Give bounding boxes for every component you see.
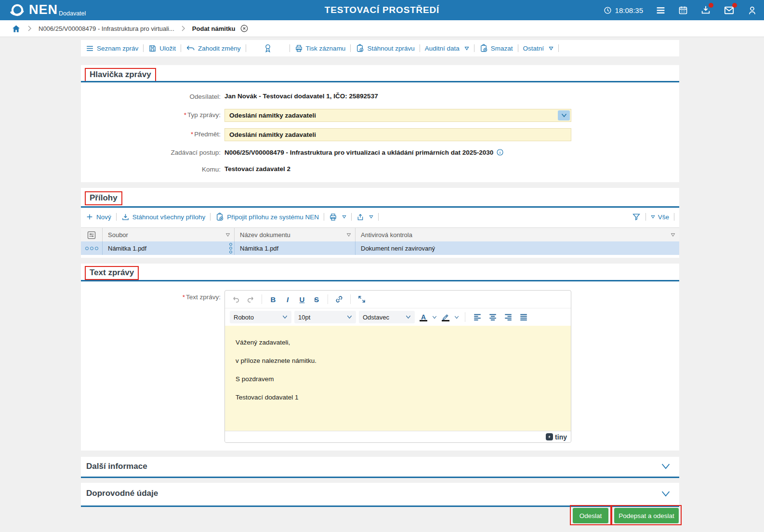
undo-icon[interactable] — [230, 293, 242, 306]
ostatni-button[interactable]: Ostatní — [523, 45, 554, 52]
ulozit-button[interactable]: Uložit — [148, 44, 176, 53]
column-settings-cell[interactable] — [81, 228, 102, 242]
pripojit-prilohu-button[interactable]: Připojit přílohu ze systému NEN — [215, 213, 319, 221]
tisk-zaznamu-button[interactable]: Tisk záznamu — [295, 44, 346, 53]
doprovodne-udaje-section[interactable]: Doprovodné údaje — [81, 483, 679, 507]
stahnout-vsechny-button[interactable]: Stáhnout všechny přílohy — [121, 213, 206, 221]
hlavicka-zpravy-section: Hlavička zprávy Odesílatel: Jan Novák - … — [81, 65, 679, 182]
strikethrough-icon[interactable]: S — [310, 293, 323, 306]
section-divider — [81, 81, 679, 82]
komu-label: Komu: — [81, 166, 221, 173]
column-header-antivir[interactable]: Antivirová kontrola — [355, 228, 679, 242]
row-menu-icon[interactable] — [85, 247, 98, 250]
breadcrumb-procedure[interactable]: N006/25/V00008479 - Infrastruktura pro v… — [39, 25, 174, 32]
home-icon[interactable] — [12, 24, 21, 33]
typ-zpravy-select[interactable]: Odeslání námitky zadavateli — [224, 109, 571, 122]
fullscreen-icon[interactable] — [356, 293, 368, 306]
column-filter-icon[interactable] — [671, 233, 675, 237]
breadcrumb-current: Podat námitku — [192, 25, 236, 32]
odeslat-button[interactable]: Odeslat — [573, 508, 608, 523]
toolbar-divider — [350, 44, 351, 52]
user-icon[interactable] — [747, 5, 757, 15]
chevron-down-icon[interactable] — [454, 316, 459, 319]
cell-antivir: Dokument není zavirovaný — [355, 241, 679, 255]
editor-content[interactable]: Vážený zadavateli, v příloze naleznete n… — [225, 326, 571, 431]
drag-handle-icon[interactable] — [229, 243, 232, 253]
column-header-nazev[interactable]: Název dokumentu — [234, 228, 355, 242]
text-zpravy-title: Text zprávy — [85, 266, 139, 280]
novy-button[interactable]: Nový — [86, 213, 111, 221]
font-size-select[interactable]: 10pt — [294, 311, 356, 323]
typ-zpravy-value: Odeslání námitky zadavateli — [225, 112, 316, 119]
text-color-button[interactable]: A — [418, 311, 429, 323]
calendar-icon[interactable] — [678, 5, 688, 15]
redo-icon[interactable] — [244, 293, 257, 306]
typ-zpravy-label: *Typ zprávy: — [81, 111, 221, 119]
align-left-icon[interactable] — [471, 311, 484, 323]
chevron-down-icon[interactable] — [432, 316, 437, 319]
editor-divider — [328, 294, 328, 304]
chevron-down-icon[interactable] — [661, 463, 671, 470]
block-format-select[interactable]: Odstavec — [359, 311, 415, 323]
cell-soubor[interactable]: Námitka 1.pdf — [102, 241, 234, 255]
export-attachments-button[interactable] — [356, 213, 373, 221]
toolbar-divider — [420, 44, 420, 52]
italic-icon[interactable]: I — [281, 293, 294, 306]
stahnout-zpravu-button[interactable]: Stáhnout zprávu — [356, 44, 414, 53]
zahodit-zmeny-label: Zahodit změny — [198, 45, 241, 52]
zahodit-zmeny-button[interactable]: Zahodit změny — [186, 44, 241, 52]
tiny-brand[interactable]: tiny — [546, 433, 567, 441]
block-format-value: Odstavec — [363, 314, 389, 321]
info-icon[interactable] — [496, 148, 504, 156]
dropdown-triangle-icon — [342, 215, 346, 219]
toolbar-divider — [351, 213, 352, 221]
print-attachments-button[interactable] — [329, 213, 346, 221]
menu-icon[interactable] — [656, 5, 666, 15]
select-chevron-icon[interactable] — [558, 110, 570, 120]
auditni-data-button[interactable]: Auditní data — [425, 45, 469, 52]
font-family-select[interactable]: Roboto — [230, 311, 291, 323]
close-tab-icon[interactable] — [240, 24, 249, 33]
align-justify-icon[interactable] — [517, 311, 530, 323]
clipboard-attach-icon — [215, 213, 224, 221]
predmet-input[interactable]: Odeslání námitky zadavateli — [224, 128, 571, 141]
breadcrumb-separator-icon — [181, 26, 185, 31]
cell-nazev[interactable]: Námitka 1.pdf — [234, 241, 355, 255]
column-header-soubor[interactable]: Soubor — [102, 228, 234, 242]
align-center-icon[interactable] — [487, 311, 499, 323]
toolbar-divider — [181, 44, 181, 52]
vse-button[interactable]: Vše — [651, 213, 669, 221]
clipboard-download-icon — [356, 44, 364, 53]
toolbar-divider — [558, 44, 559, 52]
rich-text-editor[interactable]: B I U S Roboto 10pt Odstavec — [224, 290, 571, 443]
chevron-down-icon[interactable] — [661, 491, 671, 497]
dalsi-informace-title: Další informace — [86, 462, 147, 471]
underline-icon[interactable]: U — [296, 293, 308, 306]
column-filter-icon[interactable] — [346, 233, 351, 237]
clock: 18:08:35 — [604, 6, 643, 14]
ribbon-button[interactable] — [263, 43, 272, 53]
podepsat-a-odeslat-button[interactable]: Podepsat a odeslat — [614, 508, 679, 523]
editor-paragraph: Vážený zadavateli, — [236, 339, 571, 346]
editor-paragraph: S pozdravem — [236, 375, 571, 383]
link-icon[interactable] — [333, 293, 345, 306]
hlavicka-zpravy-title: Hlavička zprávy — [85, 68, 156, 82]
main-toolbar: Seznam zpráv Uložit Zahodit změny Tisk z… — [81, 40, 679, 56]
row-actions-cell[interactable] — [81, 241, 102, 255]
dalsi-informace-section[interactable]: Další informace — [81, 457, 679, 478]
undo-icon — [186, 44, 195, 52]
inbox-download-icon[interactable] — [700, 5, 711, 15]
dropdown-triangle-icon — [369, 215, 373, 219]
attachment-row[interactable]: Námitka 1.pdf Námitka 1.pdf Dokument nen… — [81, 241, 679, 255]
bold-icon[interactable]: B — [267, 293, 279, 306]
highlight-color-button[interactable] — [440, 311, 451, 323]
smazat-button[interactable]: Smazat — [479, 44, 513, 53]
mail-icon[interactable] — [724, 5, 735, 16]
seznam-zprav-button[interactable]: Seznam zpráv — [86, 44, 138, 53]
filter-button[interactable] — [632, 213, 641, 221]
align-right-icon[interactable] — [502, 311, 514, 323]
toolbar-divider — [645, 213, 646, 221]
column-filter-icon[interactable] — [225, 233, 230, 237]
attachments-table-header: Soubor Název dokumentu Antivirová kontro… — [81, 227, 679, 242]
prilohy-section: Přílohy Nový Stáhnout všechny přílohy Př… — [81, 188, 679, 258]
